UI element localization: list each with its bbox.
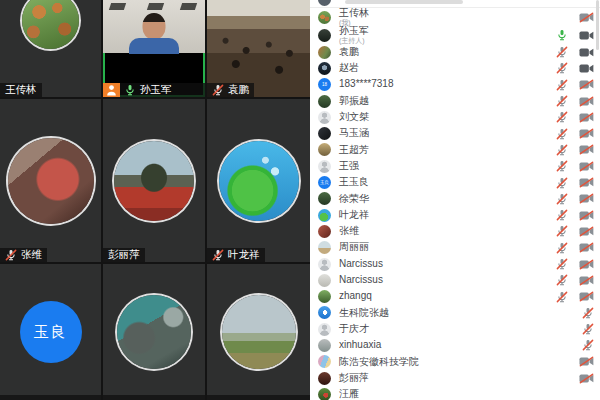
camera-off-icon[interactable] — [579, 226, 594, 237]
video-tile-叶龙祥[interactable]: 叶龙祥 — [207, 99, 310, 262]
microphone-muted-icon[interactable] — [556, 62, 568, 74]
microphone-muted-icon[interactable] — [556, 95, 568, 107]
name-block: 于庆才 — [339, 324, 369, 335]
camera-on-icon[interactable] — [579, 30, 594, 41]
participant-row[interactable]: 于庆才 — [310, 321, 600, 337]
scrollbar-thumb[interactable] — [596, 0, 599, 50]
participant-row[interactable]: 袁鹏 — [310, 44, 600, 60]
name-block: 王超芳 — [339, 145, 369, 156]
participant-row[interactable]: 徐荣华 — [310, 191, 600, 207]
video-tile-张维[interactable]: 张维 — [0, 99, 101, 262]
camera-off-icon[interactable] — [579, 275, 594, 286]
microphone-muted-icon[interactable] — [556, 128, 568, 140]
video-tile-王玉良[interactable]: 玉良 — [0, 264, 101, 400]
camera-off-icon[interactable] — [579, 112, 594, 123]
participant-row[interactable]: 陈浩安徽科技学院 — [310, 354, 600, 370]
default-avatar — [318, 258, 331, 271]
microphone-muted-icon[interactable] — [582, 323, 594, 335]
camera-off-icon[interactable] — [579, 12, 594, 23]
microphone-muted-icon[interactable] — [556, 291, 568, 303]
participant-row[interactable]: 马玉涵 — [310, 125, 600, 141]
name-block: Narcissus — [339, 275, 383, 286]
status-icons — [556, 95, 594, 107]
video-tile-slot-8[interactable] — [103, 264, 205, 400]
participant-row[interactable]: 玉良王玉良 — [310, 174, 600, 190]
microphone-muted-icon[interactable] — [212, 249, 224, 261]
participant-row[interactable]: 周丽丽 — [310, 240, 600, 256]
video-tile-slot-9[interactable] — [207, 264, 310, 400]
camera-off-icon[interactable] — [579, 128, 594, 139]
microphone-muted-icon[interactable] — [5, 249, 17, 261]
video-tile-王传林[interactable]: 王传林 — [0, 0, 101, 97]
tile-name-label: 彭丽萍 — [103, 248, 145, 262]
participant-row[interactable]: 郭振越 — [310, 93, 600, 109]
participant-row[interactable]: 王传林(我) — [310, 8, 600, 26]
participant-row[interactable]: 叶龙祥 — [310, 207, 600, 223]
name-block: 孙玉军(主持人) — [339, 26, 369, 45]
participant-name: 于庆才 — [339, 324, 369, 335]
camera-off-icon[interactable] — [579, 373, 594, 384]
participant-row[interactable]: 生科院张越 — [310, 305, 600, 321]
camera-off-icon[interactable] — [579, 242, 594, 253]
microphone-on-icon[interactable] — [556, 29, 568, 41]
camera-off-icon[interactable] — [579, 291, 594, 302]
participant-row[interactable]: Narcissus — [310, 256, 600, 272]
avatar: 18 — [318, 78, 331, 91]
camera-off-icon[interactable] — [579, 161, 594, 172]
tile-name-label: 袁鹏 — [207, 83, 254, 97]
microphone-on-icon[interactable] — [124, 84, 136, 96]
camera-off-icon[interactable] — [579, 193, 594, 204]
camera-off-icon[interactable] — [579, 177, 594, 188]
status-icons — [556, 291, 594, 303]
camera-off-icon[interactable] — [579, 79, 594, 90]
camera-off-icon[interactable] — [579, 356, 594, 367]
participant-name: 生科院张越 — [339, 308, 389, 319]
microphone-muted-icon[interactable] — [556, 193, 568, 205]
participant-row[interactable]: 王强 — [310, 158, 600, 174]
camera-on-icon[interactable] — [579, 47, 594, 58]
microphone-muted-icon[interactable] — [556, 46, 568, 58]
microphone-muted-icon[interactable] — [556, 160, 568, 172]
microphone-muted-icon[interactable] — [556, 209, 568, 221]
avatar — [22, 0, 79, 49]
participant-row[interactable]: 张维 — [310, 223, 600, 239]
participant-row[interactable]: 汪雁 — [310, 386, 600, 400]
microphone-muted-icon[interactable] — [556, 177, 568, 189]
participant-row[interactable]: 18183****7318 — [310, 77, 600, 93]
video-tile-彭丽萍[interactable]: 彭丽萍 — [103, 99, 205, 262]
microphone-muted-icon[interactable] — [556, 242, 568, 254]
status-icons — [579, 356, 594, 367]
microphone-muted-icon[interactable] — [556, 225, 568, 237]
participant-name: zhangq — [339, 291, 372, 302]
participant-row[interactable]: zhangq — [310, 288, 600, 304]
camera-off-icon[interactable] — [579, 210, 594, 221]
microphone-muted-icon[interactable] — [556, 111, 568, 123]
clipped-top-row[interactable] — [310, 0, 600, 8]
camera-off-icon[interactable] — [579, 259, 594, 270]
participant-row[interactable]: 赵岩 — [310, 60, 600, 76]
participant-row[interactable]: Narcissus — [310, 272, 600, 288]
video-tile-袁鹏[interactable]: 袁鹏 — [207, 0, 310, 97]
participant-row[interactable]: 王超芳 — [310, 142, 600, 158]
microphone-muted-icon[interactable] — [556, 79, 568, 91]
name-block: 刘文桀 — [339, 112, 369, 123]
camera-on-icon[interactable] — [579, 63, 594, 74]
video-tile-孙玉军[interactable]: 孙玉军 — [103, 0, 205, 97]
camera-off-icon[interactable] — [579, 144, 594, 155]
microphone-muted-icon[interactable] — [556, 274, 568, 286]
camera-off-icon[interactable] — [579, 96, 594, 107]
participant-row[interactable]: 孙玉军(主持人) — [310, 26, 600, 44]
participant-row[interactable]: 刘文桀 — [310, 109, 600, 125]
microphone-muted-icon[interactable] — [212, 84, 224, 96]
participant-name: 汪雁 — [339, 389, 359, 400]
microphone-muted-icon[interactable] — [582, 339, 594, 351]
participant-row[interactable]: 彭丽萍 — [310, 370, 600, 386]
participant-row[interactable]: xinhuaxia — [310, 337, 600, 353]
microphone-muted-icon[interactable] — [556, 258, 568, 270]
clipped-text-line — [345, 0, 463, 4]
microphone-muted-icon[interactable] — [582, 307, 594, 319]
status-icons — [579, 12, 594, 23]
microphone-muted-icon[interactable] — [556, 144, 568, 156]
avatar — [318, 306, 331, 319]
participant-name: 徐荣华 — [339, 194, 369, 205]
